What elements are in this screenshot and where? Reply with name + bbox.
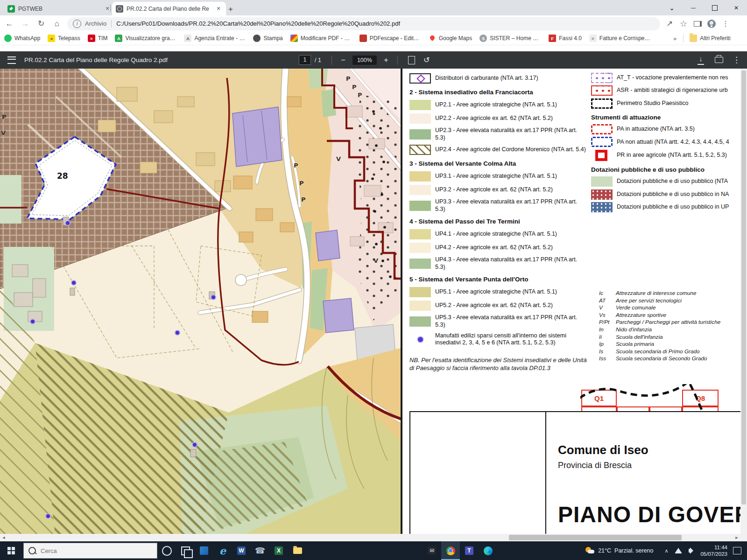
- pgtweb-favicon: [7, 5, 15, 13]
- omnibox[interactable]: Archivio C:/Users/Pc01/Downloads/PR.02.2…: [67, 17, 660, 30]
- taskbar-app-icon[interactable]: [195, 541, 213, 560]
- bookmark-item[interactable]: ≡ TIM: [85, 33, 111, 44]
- tab-close-icon[interactable]: [215, 5, 222, 13]
- taskbar-app-icon[interactable]: ✉: [423, 541, 441, 560]
- taskbar-app-icon[interactable]: [441, 541, 460, 560]
- taskbar-app-icon[interactable]: [157, 541, 176, 560]
- weather-widget[interactable]: 21°C Parzial. sereno: [582, 547, 660, 554]
- network-icon[interactable]: [672, 541, 684, 560]
- abbreviation-value: Parcheggi / Parcheggi per attività turis…: [616, 319, 720, 326]
- taskbar-app-icon[interactable]: [479, 541, 497, 560]
- screen: PGTWEB PR.02.2 Carta del Piano delle Re …: [0, 0, 747, 560]
- home-icon[interactable]: ⌂: [50, 17, 63, 30]
- legend-label: UP2.1 - Aree agricole strategiche (NTA a…: [435, 101, 557, 109]
- other-bookmarks-label: Altri Preferiti: [700, 35, 730, 42]
- other-bookmarks-button[interactable]: Altri Preferiti: [686, 33, 733, 44]
- legend-label: ASR - ambiti strategici di rigenerazione…: [617, 87, 728, 94]
- profile-avatar[interactable]: [705, 17, 718, 30]
- bookmark-item[interactable]: Modificare PDF - M...: [287, 33, 355, 44]
- forward-icon[interactable]: →: [19, 17, 32, 30]
- bookmark-item[interactable]: PDFescape - Editor...: [356, 33, 424, 44]
- taskbar-app-icon[interactable]: T: [460, 541, 479, 560]
- new-tab-button[interactable]: [225, 4, 236, 15]
- fit-page-icon[interactable]: [408, 56, 415, 64]
- vertical-scroll-thumb[interactable]: [741, 70, 746, 504]
- action-center-icon[interactable]: [733, 547, 741, 554]
- horizontal-scrollbar[interactable]: [0, 534, 740, 541]
- abbreviation-value: Verde comunale: [616, 304, 655, 312]
- omnibox-url[interactable]: C:/Users/Pc01/Downloads/PR.02.2%20Carta%…: [116, 20, 400, 27]
- zoom-in-button[interactable]: +: [381, 55, 392, 66]
- legend-row: UP4.2 - Aree agricole ex art. 62 (NTA ar…: [409, 243, 588, 253]
- reload-icon[interactable]: ↻: [35, 17, 48, 30]
- abbreviation-key: Ip: [599, 341, 616, 348]
- taskbar-app-icon[interactable]: ☎: [251, 541, 269, 560]
- pdf-more-icon[interactable]: [733, 55, 740, 65]
- horizontal-scroll-thumb[interactable]: [509, 535, 682, 540]
- bookmark-item[interactable]: A Visualizzatore gratu...: [112, 33, 180, 44]
- download-icon[interactable]: [695, 55, 706, 66]
- bookmark-item[interactable]: F Fassi 4.0: [545, 33, 585, 44]
- provincia-subtitle: Provincia di Brescia: [558, 461, 632, 470]
- app-icon: [200, 546, 208, 555]
- taskbar-search[interactable]: [23, 543, 157, 559]
- bookmark-item[interactable]: WhatsApp: [1, 33, 43, 44]
- taskbar-app-icon[interactable]: e: [213, 541, 232, 560]
- share-icon[interactable]: [663, 17, 676, 30]
- page-number-input[interactable]: 1: [299, 55, 311, 65]
- tab-pgtweb[interactable]: PGTWEB: [4, 2, 115, 15]
- scroll-right-icon[interactable]: [733, 534, 740, 541]
- legend-swatch: [409, 113, 431, 124]
- volume-icon[interactable]: [684, 541, 697, 560]
- legend-row: 3 - Sistema del Versante Colma Alta: [409, 160, 588, 168]
- zoom-out-button[interactable]: −: [338, 55, 349, 66]
- legend-label: Strumenti di attuazione: [591, 114, 661, 122]
- abbreviation-key: Iss: [599, 355, 616, 363]
- minimize-button[interactable]: [683, 0, 704, 15]
- bookmark-item[interactable]: Stampa: [250, 33, 286, 44]
- bookmark-item[interactable]: Google Maps: [425, 33, 475, 44]
- bookmark-item[interactable]: ≡ Fatture e Corrispetti...: [586, 33, 654, 44]
- map-canvas[interactable]: [0, 69, 402, 534]
- legend-label: Dotazioni pubbliche e di uso pubblico in…: [617, 203, 729, 211]
- piano-title: PIANO DI GOVERNO: [558, 502, 741, 527]
- legend-row: PR in aree agricole (NTA artt. 5.1, 5.2,…: [591, 150, 741, 161]
- folder-icon: [690, 35, 697, 42]
- bookmark-item[interactable]: » Telepass: [44, 33, 83, 44]
- bookmark-item[interactable]: A Agenzia Entrate - B...: [181, 33, 249, 44]
- tab-title: PR.02.2 Carta del Piano delle Re: [127, 6, 212, 12]
- bookmark-icon: A: [184, 35, 191, 42]
- tab-search-icon[interactable]: [661, 0, 683, 15]
- taskbar-app-icon[interactable]: X: [269, 541, 288, 560]
- tray-expand-icon[interactable]: [660, 541, 672, 560]
- legend-swatch: [591, 189, 613, 200]
- legend-row: UP2.4 - Aree agricole del Cordone Moreni…: [409, 145, 588, 155]
- vertical-scrollbar[interactable]: [740, 69, 747, 541]
- back-icon[interactable]: ←: [3, 17, 16, 30]
- taskbar-app-icon[interactable]: [176, 541, 195, 560]
- page-info-icon[interactable]: [73, 20, 81, 28]
- scroll-left-icon[interactable]: [0, 534, 7, 541]
- side-panel-icon[interactable]: [691, 17, 704, 30]
- rotate-icon[interactable]: [423, 56, 430, 64]
- bookmark-item[interactable]: S SISTER – Home Page: [476, 33, 544, 44]
- legend-row: Dotazioni pubbliche e di uso pubblico in…: [591, 202, 741, 212]
- taskbar-app-icon[interactable]: W: [232, 541, 251, 560]
- bookmark-label: Fatture e Corrispetti...: [599, 35, 651, 42]
- taskbar-app-icon[interactable]: [288, 541, 307, 560]
- taskbar-clock[interactable]: 11:44 05/07/2023: [697, 544, 731, 557]
- start-button[interactable]: [0, 541, 22, 560]
- tab-pdf[interactable]: PR.02.2 Carta del Piano delle Re: [112, 2, 226, 15]
- legend-swatch: [409, 287, 431, 297]
- search-input[interactable]: [40, 547, 144, 555]
- pdf-menu-icon[interactable]: [7, 56, 16, 64]
- browser-menu-icon[interactable]: [719, 17, 732, 30]
- print-icon[interactable]: [715, 57, 723, 63]
- clock-time: 11:44: [700, 544, 727, 551]
- zoom-level[interactable]: 100%: [352, 56, 377, 65]
- close-button[interactable]: [726, 0, 747, 15]
- bookmarks-overflow-icon[interactable]: [669, 35, 681, 42]
- maximize-button[interactable]: [704, 0, 726, 15]
- bookmark-star-icon[interactable]: [677, 17, 690, 30]
- abbreviation-key: P/Pt: [599, 319, 616, 326]
